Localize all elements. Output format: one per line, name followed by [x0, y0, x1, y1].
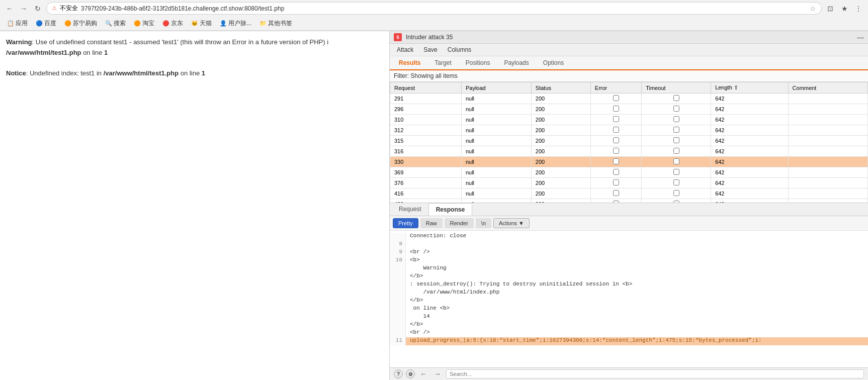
cell-timeout[interactable] — [642, 157, 711, 167]
cell-request: 466 — [390, 199, 462, 203]
cell-timeout[interactable] — [642, 178, 711, 188]
fmt-raw[interactable]: Raw — [420, 218, 443, 228]
cell-error[interactable] — [590, 125, 641, 136]
bookmark-suning[interactable]: 🟠 苏宁易购 — [61, 18, 100, 29]
cell-error[interactable] — [590, 199, 641, 203]
bookmark-search[interactable]: 🔍 搜索 — [102, 18, 129, 29]
col-timeout[interactable]: Timeout — [642, 82, 711, 93]
cell-timeout[interactable] — [642, 146, 711, 157]
cell-payload: null — [461, 104, 531, 115]
bookmark-tianmao[interactable]: 🐱 天猫 — [188, 18, 215, 29]
col-error[interactable]: Error — [590, 82, 641, 93]
col-status[interactable]: Status — [531, 82, 590, 93]
cell-timeout[interactable] — [642, 93, 711, 104]
cell-error[interactable] — [590, 157, 641, 167]
extensions-button[interactable]: ⊡ — [825, 3, 836, 14]
bookmark-button[interactable]: ☆ — [810, 5, 816, 13]
actions-button[interactable]: Actions ▼ — [493, 218, 530, 228]
table-row[interactable]: 296 null 200 642 — [390, 104, 868, 115]
line-number — [390, 273, 406, 281]
cell-error[interactable] — [590, 115, 641, 125]
col-payload[interactable]: Payload — [461, 82, 531, 93]
table-row[interactable]: 316 null 200 642 — [390, 146, 868, 157]
cell-timeout[interactable] — [642, 104, 711, 115]
next-button[interactable]: → — [432, 370, 443, 378]
col-request[interactable]: Request — [390, 82, 462, 93]
cell-error[interactable] — [590, 93, 641, 104]
line-number: 10 — [390, 257, 406, 265]
menu-columns[interactable]: Columns — [443, 45, 476, 55]
cell-timeout[interactable] — [642, 136, 711, 146]
bookmark-baidu[interactable]: 🔵 百度 — [33, 18, 59, 29]
minimize-button[interactable]: — — [857, 33, 864, 41]
bookmark-users[interactable]: 👤 用户脉... — [217, 18, 254, 29]
prev-button[interactable]: ← — [418, 370, 429, 378]
fmt-newline[interactable]: \n — [476, 218, 491, 228]
menu-save[interactable]: Save — [418, 45, 442, 55]
search-input[interactable] — [446, 369, 864, 378]
cell-request: 296 — [390, 104, 462, 115]
cell-timeout[interactable] — [642, 188, 711, 199]
bookmark-others[interactable]: 📁 其他书签 — [256, 18, 295, 29]
bookmark-jd[interactable]: 🔴 京东 — [159, 18, 186, 29]
table-row[interactable]: 315 null 200 642 — [390, 136, 868, 146]
cell-status: 200 — [531, 125, 590, 136]
table-row[interactable]: 369 null 200 642 — [390, 167, 868, 178]
cell-timeout[interactable] — [642, 167, 711, 178]
cell-timeout[interactable] — [642, 125, 711, 136]
cell-error[interactable] — [590, 146, 641, 157]
code-line: 11upload_progress_|a:5:{s:10:“start_time… — [390, 337, 868, 345]
cell-payload: null — [461, 178, 531, 188]
menu-button[interactable]: ⋮ — [853, 3, 864, 14]
cell-error[interactable] — [590, 167, 641, 178]
bookmark-taobao[interactable]: 🟠 淘宝 — [131, 18, 157, 29]
tab-options[interactable]: Options — [536, 56, 571, 70]
cell-length: 642 — [711, 93, 788, 104]
bookmark-apps[interactable]: 📋 应用 — [4, 18, 31, 29]
table-row[interactable]: 466 null 200 642 — [390, 199, 868, 203]
browser-toolbar: ← → ↻ ⚠ 不安全 3797f209-243b-486b-a6f2-313f… — [0, 0, 868, 17]
fmt-pretty[interactable]: Pretty — [393, 218, 418, 228]
tab-request[interactable]: Request — [392, 203, 428, 216]
refresh-button[interactable]: ↻ — [32, 3, 43, 14]
line-content: <br /> — [406, 329, 434, 337]
cell-status: 200 — [531, 115, 590, 125]
cell-error[interactable] — [590, 104, 641, 115]
tab-response[interactable]: Response — [428, 203, 472, 216]
col-comment[interactable]: Comment — [788, 82, 867, 93]
tab-payloads[interactable]: Payloads — [497, 56, 536, 70]
cell-error[interactable] — [590, 188, 641, 199]
burp-tabs: Results Target Positions Payloads Option… — [390, 56, 868, 70]
cell-payload: null — [461, 136, 531, 146]
cell-timeout[interactable] — [642, 115, 711, 125]
table-row[interactable]: 416 null 200 642 — [390, 188, 868, 199]
code-area[interactable]: Connection: close89<br />10<b> Warning</… — [390, 231, 868, 367]
code-line: on line <b> — [390, 305, 868, 313]
table-row[interactable]: 291 null 200 642 — [390, 93, 868, 104]
address-bar[interactable]: ⚠ 不安全 3797f209-243b-486b-a6f2-313f2d5b18… — [46, 2, 822, 15]
results-table[interactable]: Request Payload Status Error Timeout Len… — [390, 82, 868, 203]
settings-button[interactable]: ⚙ — [406, 369, 415, 378]
menu-attack[interactable]: Attack — [392, 45, 418, 55]
table-row[interactable]: 376 null 200 642 — [390, 178, 868, 188]
table-row[interactable]: 310 null 200 642 — [390, 115, 868, 125]
line-content: Warning — [406, 265, 451, 273]
tab-positions[interactable]: Positions — [459, 56, 497, 70]
tab-target[interactable]: Target — [427, 56, 458, 70]
help-button[interactable]: ? — [394, 369, 403, 378]
forward-button[interactable]: → — [18, 3, 29, 14]
col-length[interactable]: Length ⇧ — [711, 82, 788, 93]
tab-results[interactable]: Results — [392, 56, 427, 70]
cell-error[interactable] — [590, 178, 641, 188]
filter-bar: Filter: Showing all items — [390, 70, 868, 82]
cell-timeout[interactable] — [642, 199, 711, 203]
favorites-button[interactable]: ★ — [839, 3, 850, 14]
back-button[interactable]: ← — [4, 3, 15, 14]
line-content: upload_progress_|a:5:{s:10:“start_time”;… — [406, 337, 868, 345]
code-line: 10<b> — [390, 257, 868, 265]
table-row[interactable]: 330 null 200 642 — [390, 157, 868, 167]
table-row[interactable]: 312 null 200 642 — [390, 125, 868, 136]
cell-error[interactable] — [590, 136, 641, 146]
security-label: 不安全 — [60, 4, 78, 13]
fmt-render[interactable]: Render — [445, 218, 474, 228]
